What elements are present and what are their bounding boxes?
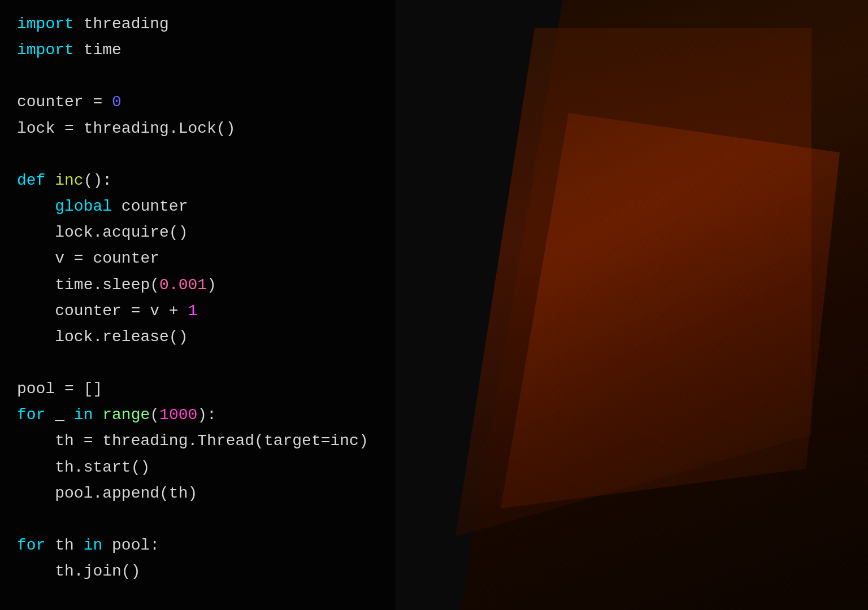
code-line-line15: th.start(): [17, 455, 379, 481]
code-line-line17: for th in pool:: [17, 533, 379, 559]
code-line-line2: import time: [17, 37, 379, 63]
code-token: [93, 402, 102, 428]
code-token: lock.release(): [55, 324, 188, 350]
code-line-line1: import threading: [17, 11, 379, 37]
code-line-line16: pool.append(th): [17, 481, 379, 507]
code-token: lock.acquire(): [55, 220, 188, 246]
code-token: time: [74, 37, 121, 63]
code-line-line9: time.sleep(0.001): [17, 272, 379, 298]
blank-line: [17, 507, 379, 533]
code-token: in: [74, 402, 93, 428]
code-token: th.join(): [55, 559, 140, 585]
code-token: = []: [55, 376, 102, 402]
code-token: import: [17, 11, 74, 37]
code-token: 0.001: [159, 272, 207, 298]
code-token: lock: [17, 116, 55, 142]
code-token: _: [45, 402, 73, 428]
code-token: 1000: [159, 402, 197, 428]
code-line-line6: global counter: [17, 194, 379, 220]
code-editor: import threadingimport timecounter = 0lo…: [0, 0, 396, 610]
blank-line: [17, 142, 379, 168]
code-token: threading: [74, 11, 169, 37]
code-line-line5: def inc():: [17, 168, 379, 194]
code-token: v: [55, 246, 64, 272]
code-token: th.start(): [55, 455, 150, 481]
code-line-line18: th.join(): [17, 559, 379, 585]
code-token: pool:: [102, 533, 159, 559]
code-line-line12: pool = []: [17, 376, 379, 402]
code-token: time.sleep(: [55, 272, 159, 298]
code-token: pool.append(th): [55, 481, 197, 507]
code-token: 0: [112, 89, 121, 115]
code-token: th: [45, 533, 83, 559]
code-token: global: [55, 194, 112, 220]
code-token: (: [150, 402, 159, 428]
blank-line: [17, 350, 379, 376]
code-token: inc: [55, 168, 83, 194]
blank-line: [17, 63, 379, 89]
code-token: = v +: [121, 298, 188, 324]
code-token: for: [17, 533, 45, 559]
code-token: ): [207, 272, 216, 298]
code-line-line13: for _ in range(1000):: [17, 402, 379, 428]
code-token: counter: [17, 89, 84, 115]
code-token: = counter: [64, 246, 159, 272]
code-token: =: [84, 89, 112, 115]
code-line-line10: counter = v + 1: [17, 298, 379, 324]
code-line-line4: lock = threading.Lock(): [17, 116, 379, 142]
code-token: import: [17, 37, 74, 63]
code-token: for: [17, 402, 45, 428]
code-token: = threading.Lock(): [55, 116, 235, 142]
code-token: pool: [17, 376, 55, 402]
code-line-line14: th = threading.Thread(target=inc): [17, 428, 379, 454]
code-token: range: [102, 402, 150, 428]
code-token: [45, 168, 55, 194]
code-token: in: [84, 533, 103, 559]
code-line-line8: v = counter: [17, 246, 379, 272]
code-token: counter: [112, 194, 188, 220]
code-line-line3: counter = 0: [17, 89, 379, 115]
code-line-line7: lock.acquire(): [17, 220, 379, 246]
code-token: ):: [197, 402, 216, 428]
code-token: counter: [55, 298, 121, 324]
code-token: 1: [188, 298, 197, 324]
code-token: def: [17, 168, 45, 194]
code-token: ():: [84, 168, 112, 194]
code-line-line11: lock.release(): [17, 324, 379, 350]
blank-line: [17, 585, 379, 610]
code-token: th = threading.Thread(target=inc): [55, 428, 368, 454]
